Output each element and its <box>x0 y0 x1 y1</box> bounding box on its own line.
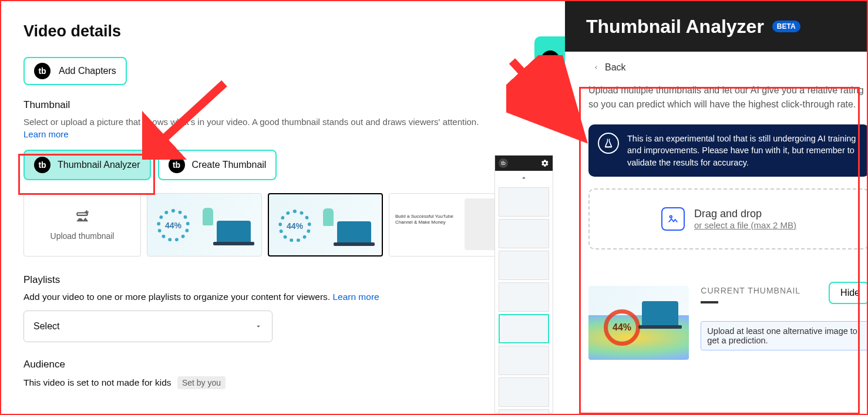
experimental-notice: This is an experimental tool that is sti… <box>588 124 868 177</box>
playlists-learn-more-link[interactable]: Learn more <box>332 292 379 302</box>
page-title: Video details <box>23 22 543 41</box>
drop-title: Drag and drop <box>694 208 796 220</box>
thumbnail-strip-panel: tb <box>494 155 553 413</box>
thumbnail-section-title: Thumbnail <box>23 99 543 111</box>
analyzer-header: Thumbnail Analyzer BETA <box>565 1 868 52</box>
svg-point-2 <box>669 215 672 218</box>
thumbnail-options-row: Upload thumbnail 44% 44% Build a Success… <box>23 193 543 257</box>
drop-zone[interactable]: Drag and drop or select a file (max 2 MB… <box>588 188 868 249</box>
thumbnail-learn-more-link[interactable]: Learn more <box>23 129 69 139</box>
strip-thumb[interactable] <box>499 409 549 415</box>
current-thumbnail-card: 44% CURRENT THUMBNAIL Upload at least on… <box>588 259 868 360</box>
percent-ring: 44% <box>157 209 190 242</box>
flask-icon <box>598 133 619 154</box>
set-by-badge: Set by you <box>177 376 226 389</box>
strip-collapse[interactable] <box>495 171 553 185</box>
drop-subtitle: or select a file (max 2 MB) <box>694 220 796 230</box>
strip-thumb[interactable] <box>499 187 549 217</box>
hide-button[interactable]: Hide <box>829 282 868 304</box>
upload-warning: Upload at least one alternative image to… <box>701 321 868 350</box>
gear-icon[interactable] <box>541 159 549 167</box>
back-button[interactable]: Back <box>588 62 868 73</box>
annotation-arrow-right <box>506 55 588 143</box>
thumbnail-option-1[interactable]: 44% <box>147 193 262 257</box>
chevron-up-icon <box>520 174 528 182</box>
percent-ring: 44% <box>278 210 311 242</box>
create-label: Create Thumbnail <box>192 160 267 170</box>
thumbnail-option-2-selected[interactable]: 44% <box>268 193 383 257</box>
image-add-icon <box>75 209 90 224</box>
strip-thumb[interactable] <box>499 219 549 248</box>
thumbnail-analyzer-button[interactable]: tb Thumbnail Analyzer <box>23 150 151 180</box>
video-details-panel: Video details tb Add Chapters Thumbnail … <box>1 1 565 415</box>
chevron-left-icon <box>593 63 599 72</box>
annotation-arrow-left <box>142 77 236 160</box>
chevron-down-icon <box>254 322 263 330</box>
svg-line-1 <box>512 61 577 131</box>
audience-section: Audience This video is set to not made f… <box>23 359 543 389</box>
analyzer-description: Upload multiple thumbnails and let our A… <box>588 83 868 112</box>
strip-thumb-selected[interactable] <box>499 314 549 343</box>
strip-header: tb <box>495 156 553 171</box>
image-icon <box>661 207 685 231</box>
playlists-help: Add your video to one or more playlists … <box>23 292 543 302</box>
strip-thumb[interactable] <box>499 346 549 375</box>
upload-label: Upload thumbnail <box>51 231 115 241</box>
add-chapters-label: Add Chapters <box>59 66 116 76</box>
playlists-section: Playlists Add your video to one or more … <box>23 274 543 342</box>
upload-thumbnail-tile[interactable]: Upload thumbnail <box>23 193 141 257</box>
audience-note: This video is set to not made for kids <box>23 377 171 387</box>
select-value: Select <box>33 321 59 332</box>
strip-thumb[interactable] <box>499 377 549 407</box>
analyzer-title: Thumbnail Analyzer <box>586 16 764 38</box>
notice-text: This is an experimental tool that is sti… <box>627 133 860 168</box>
audience-title: Audience <box>23 359 543 370</box>
heat-percent: 44% <box>604 309 640 346</box>
thumbnail-option-3[interactable]: Build a Successful YouTubeChannel & Make… <box>389 193 504 257</box>
strip-thumb[interactable] <box>499 251 549 280</box>
back-label: Back <box>605 62 626 73</box>
thumbnail-help-text: Select or upload a picture that shows wh… <box>23 117 543 127</box>
add-chapters-button[interactable]: tb Add Chapters <box>23 57 127 85</box>
playlist-select[interactable]: Select <box>23 311 272 342</box>
tubebuddy-icon: tb <box>34 157 51 173</box>
beta-badge: BETA <box>772 21 800 32</box>
tubebuddy-icon: tb <box>499 158 508 168</box>
heatmap-preview: 44% <box>588 286 689 360</box>
tubebuddy-icon: tb <box>34 63 51 79</box>
strip-thumb[interactable] <box>499 282 549 312</box>
thumbnail-analyzer-panel: Thumbnail Analyzer BETA Back Upload mult… <box>565 1 868 415</box>
svg-line-0 <box>154 83 224 148</box>
playlists-title: Playlists <box>23 274 543 286</box>
analyzer-label: Thumbnail Analyzer <box>58 160 140 170</box>
score-placeholder <box>701 301 718 303</box>
